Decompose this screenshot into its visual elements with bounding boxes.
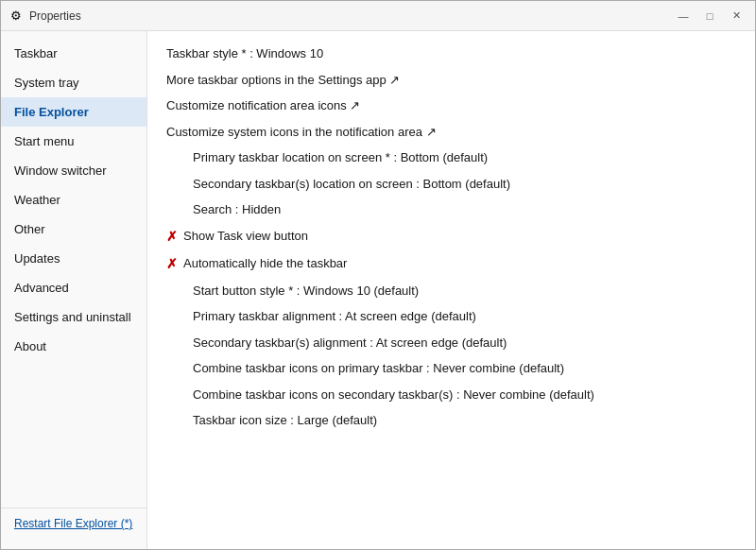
sidebar-item-advanced[interactable]: Advanced [1, 273, 146, 302]
restart-file-explorer-link[interactable]: Restart File Explorer (*) [14, 517, 132, 530]
prop-taskbar-style: Taskbar style * : Windows 10 [166, 44, 736, 63]
properties-window: ⚙ Properties — □ ✕ Taskbar System tray F… [0, 0, 756, 550]
prop-more-taskbar-options[interactable]: More taskbar options in the Settings app… [166, 71, 736, 90]
sidebar-item-taskbar[interactable]: Taskbar [1, 39, 146, 68]
sidebar-footer: Restart File Explorer (*) [1, 507, 146, 541]
x-mark-auto-hide: ✗ [166, 254, 178, 274]
sidebar-item-file-explorer-label: File Explorer [14, 105, 89, 119]
prop-primary-taskbar-location: Primary taskbar location on screen * : B… [166, 148, 736, 167]
minimize-button[interactable]: — [672, 6, 695, 26]
prop-primary-taskbar-alignment: Primary taskbar alignment : At screen ed… [166, 307, 736, 326]
sidebar: Taskbar System tray File Explorer → Star… [1, 31, 147, 549]
x-mark-task-view: ✗ [166, 227, 178, 247]
sidebar-item-file-explorer[interactable]: File Explorer → [1, 97, 146, 127]
prop-show-task-view[interactable]: ✗ Show Task view button [166, 227, 736, 247]
prop-search: Search : Hidden [166, 200, 736, 219]
sidebar-item-weather[interactable]: Weather [1, 185, 146, 215]
prop-combine-icons-primary: Combine taskbar icons on primary taskbar… [166, 359, 736, 378]
window-title: Properties [29, 9, 672, 23]
sidebar-item-start-menu[interactable]: Start menu [1, 127, 146, 156]
prop-secondary-taskbar-location: Secondary taskbar(s) location on screen … [166, 175, 736, 194]
prop-customize-notification[interactable]: Customize notification area icons ↗ [166, 96, 736, 115]
content-area: Taskbar System tray File Explorer → Star… [1, 31, 755, 549]
sidebar-item-other[interactable]: Other [1, 215, 146, 244]
sidebar-item-about[interactable]: About [1, 332, 146, 361]
close-button[interactable]: ✕ [725, 6, 747, 26]
sidebar-item-updates[interactable]: Updates [1, 244, 146, 273]
prop-combine-icons-secondary: Combine taskbar icons on secondary taskb… [166, 386, 736, 404]
main-content: Taskbar style * : Windows 10 More taskba… [147, 31, 755, 549]
prop-secondary-taskbar-alignment: Secondary taskbar(s) alignment : At scre… [166, 334, 736, 352]
title-bar: ⚙ Properties — □ ✕ [1, 1, 755, 31]
maximize-button[interactable]: □ [698, 6, 721, 26]
prop-auto-hide-taskbar[interactable]: ✗ Automatically hide the taskbar [166, 254, 736, 274]
sidebar-item-system-tray[interactable]: System tray [1, 68, 146, 97]
title-bar-controls: — □ ✕ [672, 6, 747, 26]
sidebar-item-settings-uninstall[interactable]: Settings and uninstall [1, 302, 146, 332]
prop-taskbar-icon-size: Taskbar icon size : Large (default) [166, 411, 736, 430]
prop-start-button-style: Start button style * : Windows 10 (defau… [166, 282, 736, 301]
sidebar-item-window-switcher[interactable]: Window switcher [1, 156, 146, 185]
prop-customize-system-icons[interactable]: Customize system icons in the notificati… [166, 123, 736, 142]
window-icon: ⚙ [9, 9, 24, 24]
